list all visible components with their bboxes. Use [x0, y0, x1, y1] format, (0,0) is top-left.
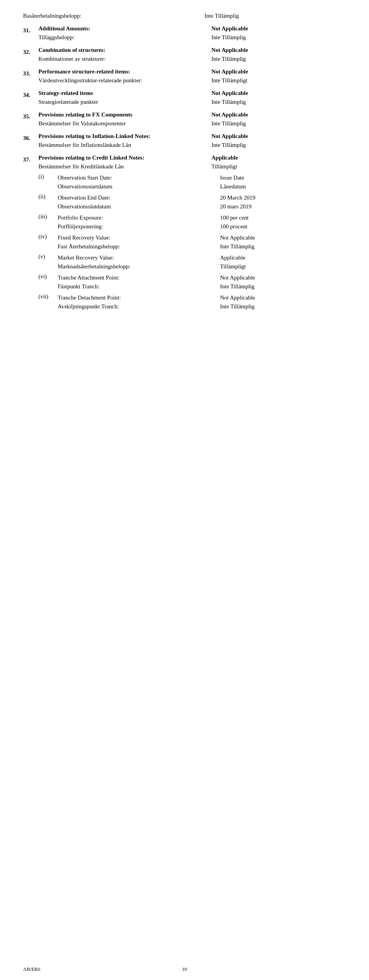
subitem-ii-content: Observation End Date: 20 March 2019 Obse… [58, 193, 346, 211]
entry-34-en-label: Strategy-related items [38, 89, 208, 98]
entry-35-en-row: Provisions relating to FX Components Not… [38, 110, 346, 119]
entry-33-content: Performance structure-related items: Not… [38, 67, 346, 85]
entry-34-content: Strategy-related items Not Applicable St… [38, 89, 346, 106]
subitem-iv-en-label: Fixed Recovery Value: [58, 233, 216, 242]
entry-31-sv-label: Tilläggsbelopp: [38, 33, 208, 42]
subitem-vi-sv-value: Inte Tillämplig [216, 282, 346, 291]
subitem-vii-sv-value: Inte Tillämplig [216, 302, 346, 311]
entry-31-content: Additional Amounts: Not Applicable Tillä… [38, 24, 346, 42]
entry-36-en-row: Provisions relating to Inflation-Linked … [38, 132, 346, 141]
entry-37-en-label: Provisions relating to Credit Linked Not… [38, 153, 208, 162]
entry-31-en-value: Not Applicable [208, 24, 346, 33]
subitem-vii-en-label: Tranche Detachment Point: [58, 293, 216, 302]
footer: AB/ERö 10 [0, 966, 369, 972]
entry-36-sv-row: Bestämmelser för Inflationslänkade Lån I… [38, 141, 346, 150]
subitem-vi: (vi) Tranche Attachment Point: Not Appli… [38, 273, 346, 291]
entry-33-sv-row: Värdeutvecklingsstruktur-relaterade punk… [38, 76, 346, 85]
subitem-iii-en-label: Portfolio Exposure: [58, 213, 216, 222]
base-value-text: Inte Tillämplig [204, 13, 239, 19]
entry-35: 35. Provisions relating to FX Components… [23, 110, 346, 128]
entry-37-sv-label: Bestämmelser för Kreditlänkade Lån [38, 162, 208, 171]
roman-iii: (iii) [38, 213, 58, 231]
entry-32-sv-label: Kombinationer av strukturer: [38, 55, 208, 63]
subitem-v-en: Market Recovery Value: Applicable [58, 253, 346, 262]
subitem-v-content: Market Recovery Value: Applicable Markna… [58, 253, 346, 271]
entry-37-en-row: Provisions relating to Credit Linked Not… [38, 153, 346, 162]
roman-vii: (vii) [38, 293, 58, 311]
entry-33-number: 33. [23, 67, 38, 85]
entry-31-sv-row: Tilläggsbelopp: Inte Tillämplig [38, 33, 346, 42]
entry-37-sv-value: Tillämpligt [208, 162, 346, 171]
subitem-vii-content: Tranche Detachment Point: Not Applicable… [58, 293, 346, 311]
subitem-i-content: Observation Start Date: Issue Date Obser… [58, 173, 346, 191]
entry-32-content: Combination of structures: Not Applicabl… [38, 46, 346, 63]
entry-34-sv-value: Inte Tillämplig [208, 98, 346, 106]
entry-34-sv-row: Strategirelaterade punkter Inte Tillämpl… [38, 98, 346, 106]
entry-35-sv-row: Bestämmelser för Valutakomponenter Inte … [38, 119, 346, 128]
subitem-v-sv: Marknadsåterbetalningsbelopp: Tillämplig… [58, 262, 346, 271]
subitem-iv: (iv) Fixed Recovery Value: Not Applicabl… [38, 233, 346, 251]
subitem-vi-en: Tranche Attachment Point: Not Applicable [58, 273, 346, 282]
entry-33-en-label: Performance structure-related items: [38, 67, 208, 76]
entry-37-en-value: Applicable [208, 153, 346, 162]
subitem-vi-sv-label: Fästpunkt Tranch: [58, 282, 216, 291]
subitem-ii-en-value: 20 March 2019 [216, 193, 346, 202]
roman-ii: (ii) [38, 193, 58, 211]
subitem-i-en: Observation Start Date: Issue Date [58, 173, 346, 182]
entry-34-en-row: Strategy-related items Not Applicable [38, 89, 346, 98]
entry-34-en-value: Not Applicable [208, 89, 346, 98]
subitem-i-sv: Observationsstartdatum Lånedatum [58, 182, 346, 191]
entry-36-en-value: Not Applicable [208, 132, 346, 141]
subitem-iii-en-value: 100 per cent [216, 213, 346, 222]
subitem-iv-en-value: Not Applicable [216, 233, 346, 242]
subitem-ii-sv: Observationsslutdatum 20 mars 2019 [58, 202, 346, 211]
subitem-iii-sv: Porfföljexponering: 100 procent [58, 222, 346, 231]
entry-33-sv-value: Inte Tillämpligt [208, 76, 346, 85]
roman-v: (v) [38, 253, 58, 271]
entry-31-sv-value: Inte Tillämplig [208, 33, 346, 42]
entry-32-en-row: Combination of structures: Not Applicabl… [38, 46, 346, 55]
entry-35-sv-label: Bestämmelser för Valutakomponenter [38, 119, 208, 128]
subitem-iii-sv-value: 100 procent [216, 222, 346, 231]
page-number: 10 [182, 966, 187, 972]
subitem-v-sv-value: Tillämpligt [216, 262, 346, 271]
subitem-i-en-label: Observation Start Date: [58, 173, 216, 182]
subitem-v: (v) Market Recovery Value: Applicable Ma… [38, 253, 346, 271]
subitem-iii-content: Portfolio Exposure: 100 per cent Porfföl… [58, 213, 346, 231]
entry-31-number: 31. [23, 24, 38, 42]
entry-32-en-value: Not Applicable [208, 46, 346, 55]
entry-36-content: Provisions relating to Inflation-Linked … [38, 132, 346, 150]
entry-33-en-value: Not Applicable [208, 67, 346, 76]
subitem-vi-en-value: Not Applicable [216, 273, 346, 282]
entry-37-sv-row: Bestämmelser för Kreditlänkade Lån Tillä… [38, 162, 346, 171]
subitem-ii: (ii) Observation End Date: 20 March 2019… [38, 193, 346, 211]
entry-36-en-label: Provisions relating to Inflation-Linked … [38, 132, 208, 141]
entry-31-en-label: Additional Amounts: [38, 24, 208, 33]
subitem-ii-sv-label: Observationsslutdatum [58, 202, 216, 211]
entry-32-sv-value: Inte Tillämplig [208, 55, 346, 63]
base-label: Basåterbetalningsbelopp: [23, 12, 201, 20]
entry-32-en-label: Combination of structures: [38, 46, 208, 55]
subitem-iii: (iii) Portfolio Exposure: 100 per cent P… [38, 213, 346, 231]
entry-36-number: 36. [23, 132, 38, 150]
subitem-i-sv-label: Observationsstartdatum [58, 182, 216, 191]
subitem-vii: (vii) Tranche Detachment Point: Not Appl… [38, 293, 346, 311]
entry-31: 31. Additional Amounts: Not Applicable T… [23, 24, 346, 42]
subitem-vii-sv: Avskiljningspunkt Tranch: Inte Tillämpli… [58, 302, 346, 311]
subitem-iv-en: Fixed Recovery Value: Not Applicable [58, 233, 346, 242]
subitem-i-sv-value: Lånedatum [216, 182, 346, 191]
subitem-ii-en-label: Observation End Date: [58, 193, 216, 202]
subitem-ii-sv-value: 20 mars 2019 [216, 202, 346, 211]
subitem-iii-en: Portfolio Exposure: 100 per cent [58, 213, 346, 222]
entry-36-sv-label: Bestämmelser för Inflationslänkade Lån [38, 141, 208, 150]
subitem-iv-sv: Fast Återbetalningsbelopp: Inte Tillämpl… [58, 242, 346, 251]
page-content: Basåterbetalningsbelopp: Inte Tillämplig… [0, 0, 369, 342]
subitem-i: (i) Observation Start Date: Issue Date O… [38, 173, 346, 191]
subitem-iv-sv-value: Inte Tillämplig [216, 242, 346, 251]
entry-33-en-row: Performance structure-related items: Not… [38, 67, 346, 76]
subitem-vi-sv: Fästpunkt Tranch: Inte Tillämplig [58, 282, 346, 291]
entry-34-number: 34. [23, 89, 38, 106]
subitem-i-en-value: Issue Date [216, 173, 346, 182]
entry-35-en-value: Not Applicable [208, 110, 346, 119]
entry-33-sv-label: Värdeutvecklingsstruktur-relaterade punk… [38, 76, 208, 85]
